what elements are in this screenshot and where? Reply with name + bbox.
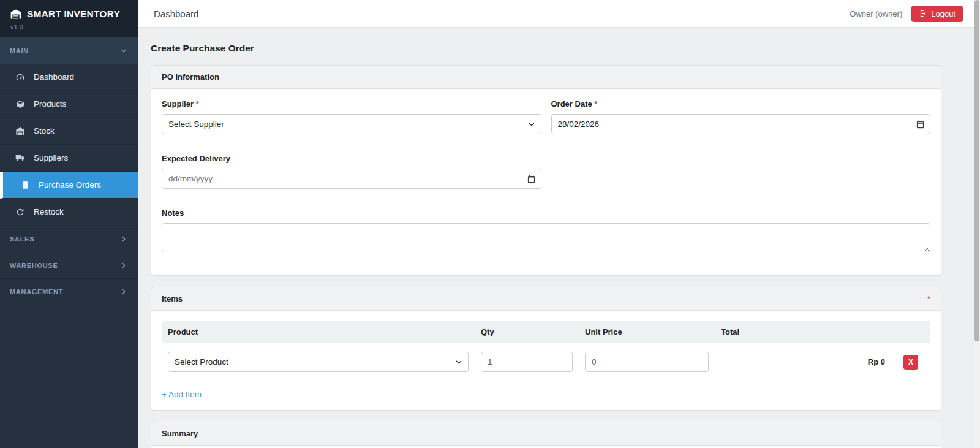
summary-header: Summary [151,422,941,446]
required-marker: * [196,99,199,108]
items-header: Items * [151,287,941,311]
supplier-field-group: Supplier * Select Supplier [162,99,541,134]
sidebar-section-management-label: MANAGEMENT [10,288,63,295]
logout-button[interactable]: Logout [911,6,963,22]
sidebar-item-label: Suppliers [34,153,68,162]
summary-card: Summary [151,422,941,448]
sidebar-item-suppliers[interactable]: Suppliers [0,145,138,172]
column-header-unit-price: Unit Price [579,321,715,343]
order-date-input[interactable] [551,114,931,134]
order-date-field-group: Order Date * [551,99,931,134]
sidebar-item-dashboard[interactable]: Dashboard [0,64,138,91]
summary-header-label: Summary [162,429,198,438]
scrollbar-thumb[interactable] [974,0,979,341]
sidebar: SMART INVENTORY v1.0 MAIN Dashboard Prod… [0,0,138,448]
sidebar-section-warehouse-label: WAREHOUSE [10,262,58,269]
page-title: Create Purchase Order [151,43,941,54]
warehouse-logo-icon [10,8,22,20]
chevron-right-icon [119,287,128,296]
items-table: Product Qty Unit Price Total [162,321,930,381]
po-information-header-label: PO Information [162,72,219,82]
sync-icon [15,207,26,217]
app-name: SMART INVENTORY [27,9,120,20]
app-logo-block: SMART INVENTORY v1.0 [0,0,138,37]
order-date-label: Order Date * [551,99,931,108]
sidebar-item-label: Stock [34,126,55,135]
sidebar-item-label: Purchase Orders [39,180,101,189]
sidebar-item-label: Products [34,99,66,108]
sidebar-section-main-label: MAIN [10,47,29,55]
sidebar-section-warehouse[interactable]: WAREHOUSE [0,252,138,278]
sidebar-section-main[interactable]: MAIN [0,37,138,64]
supplier-label: Supplier * [162,99,541,108]
chevron-down-icon [119,47,128,55]
items-card: Items * Product Qty Unit Price Total [151,287,941,411]
qty-input[interactable] [481,352,573,372]
calendar-icon[interactable] [916,120,925,129]
item-row: Select Product [162,343,930,381]
notes-label: Notes [162,208,930,218]
sidebar-section-sales[interactable]: SALES [0,226,138,252]
po-information-header: PO Information [151,66,941,89]
sidebar-nav: Dashboard Products Stock Suppliers Purch… [0,64,138,226]
product-select[interactable]: Select Product [168,352,469,372]
column-header-action [891,321,930,343]
warehouse-icon [15,126,26,136]
column-header-product: Product [162,321,475,343]
sidebar-item-label: Restock [34,207,64,216]
items-required-marker: * [927,294,930,303]
file-invoice-icon [20,180,31,189]
sign-out-icon [919,9,927,18]
items-table-header-row: Product Qty Unit Price Total [162,321,930,343]
sidebar-item-label: Dashboard [34,72,74,82]
current-user-label: Owner (owner) [850,9,902,18]
chevron-right-icon [119,261,128,270]
column-header-qty: Qty [475,321,579,343]
expected-delivery-input[interactable] [162,169,541,189]
box-icon [15,99,26,109]
required-marker: * [594,99,597,108]
items-header-label: Items [162,294,183,303]
add-item-link[interactable]: + Add Item [162,390,202,399]
sidebar-item-restock[interactable]: Restock [0,199,138,226]
sidebar-item-purchase-orders[interactable]: Purchase Orders [0,172,138,199]
gauge-icon [15,72,26,82]
po-information-card: PO Information Supplier * Select Supplie… [151,65,941,276]
expected-delivery-label: Expected Delivery [162,154,541,163]
logout-label: Logout [931,9,956,18]
calendar-icon[interactable] [527,174,536,183]
app-version: v1.0 [10,23,128,31]
sidebar-section-sales-label: SALES [10,235,34,243]
notes-textarea[interactable] [162,223,930,252]
content-area: Create Purchase Order PO Information Sup… [138,28,980,448]
remove-item-button[interactable]: X [903,355,918,370]
unit-price-input[interactable] [585,352,709,372]
sidebar-item-stock[interactable]: Stock [0,118,138,145]
notes-field-group: Notes [162,208,930,255]
main-column: Dashboard Owner (owner) Logout Create Pu… [138,0,980,448]
chevron-right-icon [119,235,128,243]
topbar-title: Dashboard [154,9,198,19]
sidebar-section-management[interactable]: MANAGEMENT [0,278,138,305]
vertical-scrollbar[interactable] [974,0,980,448]
truck-icon [15,153,26,163]
row-total-value: Rp 0 [715,343,891,381]
topbar: Dashboard Owner (owner) Logout [138,0,980,28]
column-header-total: Total [715,321,891,343]
expected-delivery-field-group: Expected Delivery [162,154,541,189]
supplier-select[interactable]: Select Supplier [162,114,541,134]
sidebar-item-products[interactable]: Products [0,91,138,118]
